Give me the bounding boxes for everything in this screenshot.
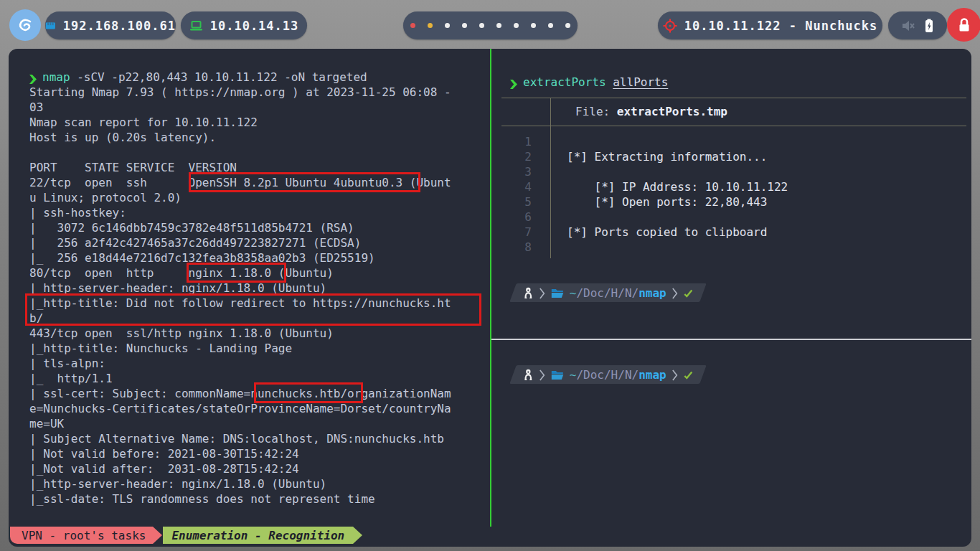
pane-divider-vertical[interactable] <box>490 49 491 527</box>
line-number: 3 <box>501 164 542 179</box>
success-check-icon <box>684 370 693 379</box>
padlock-icon <box>956 17 972 33</box>
status-widget[interactable] <box>888 11 947 39</box>
bat-row-text <box>542 164 567 179</box>
bat-row-text: [*] Extracting information... <box>542 149 767 164</box>
terminal-text: |_ http/1.1 <box>29 372 113 385</box>
terminal-text: 80/tcp open http nginx 1.18.0 (Ubuntu) <box>29 266 334 280</box>
terminal-line: me=UK <box>29 416 489 431</box>
tmux-window-segment[interactable]: Enumeration - Recognition <box>163 527 353 544</box>
bat-row: 3 <box>501 164 788 179</box>
folder-icon <box>551 369 564 380</box>
powerline-arrow <box>353 527 362 544</box>
powerline-arrow <box>153 527 162 544</box>
workspace-dot[interactable] <box>548 23 553 28</box>
terminal-text <box>606 75 613 89</box>
launcher-button[interactable] <box>9 9 41 41</box>
terminal-left-pane[interactable]: ❯nmap -sCV -p22,80,443 10.10.11.122 -oN … <box>29 70 489 507</box>
terminal-text: |_http-server-header: nginx/1.18.0 (Ubun… <box>29 477 326 491</box>
bat-output: 12[*] Extracting information...34 [*] IP… <box>501 134 788 255</box>
annotation-box <box>25 293 481 326</box>
lock-screen-button[interactable] <box>947 8 980 42</box>
prompt-path: ~/Doc/H/N/nmap <box>570 368 666 382</box>
terminal-line <box>29 145 489 160</box>
bat-row-text: [*] Ports copied to clipboard <box>542 225 767 240</box>
bat-row: 5 [*] Open ports: 22,80,443 <box>501 194 788 209</box>
bat-file-label: File: <box>575 105 617 118</box>
bat-row-text <box>542 240 567 255</box>
terminal-line: | Not valid before: 2021-08-30T15:42:24 <box>29 446 489 461</box>
tux-penguin-icon <box>523 286 534 299</box>
target-label: 10.10.11.122 - Nunchucks <box>684 19 878 33</box>
bat-row: 4 [*] IP Address: 10.10.11.122 <box>501 179 788 194</box>
bat-file-header: File: extractPorts.tmp <box>575 105 727 118</box>
workspace-dot[interactable] <box>462 23 467 28</box>
terminal-text: extractPorts <box>523 75 606 89</box>
target-crosshair-icon <box>663 19 677 33</box>
line-number: 2 <box>501 149 542 164</box>
tmux-session-label: VPN - root's tasks <box>22 529 146 542</box>
success-check-icon <box>684 288 693 297</box>
line-number: 4 <box>501 179 542 194</box>
terminal-text: allPorts <box>613 75 668 89</box>
workspace-dot[interactable] <box>531 23 536 28</box>
bat-row-text <box>542 134 567 149</box>
terminal-text: | tls-alpn: <box>29 357 105 370</box>
shell-prompt: ~/Doc/H/N/nmap <box>513 365 703 384</box>
tmux-session-segment[interactable]: VPN - root's tasks <box>10 527 153 544</box>
desktop: { "topbar": { "host_ip": "192.168.100.61… <box>0 0 980 551</box>
chevron-separator-icon <box>672 368 678 381</box>
chevron-separator-icon <box>672 286 678 299</box>
workspace-dot[interactable] <box>445 23 450 28</box>
workspace-switcher <box>403 11 578 39</box>
line-number: 1 <box>501 134 542 149</box>
terminal-window: ❯nmap -sCV -p22,80,443 10.10.11.122 -oN … <box>9 49 971 547</box>
top-bar: 192.168.100.61 10.10.14.13 10.10.11.122 … <box>0 0 980 49</box>
workspace-dots <box>410 23 570 28</box>
workspace-dot[interactable] <box>514 23 519 28</box>
terminal-text: e=Nunchucks-Certificates/stateOrProvince… <box>29 402 451 415</box>
terminal-text: -sCV -p22,80,443 10.10.11.122 -oN target… <box>70 70 367 84</box>
right-pane-command-line[interactable]: ❯extractPorts allPorts <box>510 75 668 90</box>
workspace-dot[interactable] <box>496 23 501 28</box>
shell-prompt: ~/Doc/H/N/nmap <box>513 283 703 302</box>
line-number: 5 <box>501 194 542 209</box>
bat-border-mid <box>501 126 966 126</box>
debian-logo-icon <box>14 14 36 36</box>
workspace-dot[interactable] <box>565 23 570 28</box>
prompt-arrow-icon: ❯ <box>510 80 517 89</box>
terminal-text: | ssh-hostkey: <box>29 206 126 220</box>
terminal-line: Host is up (0.20s latency). <box>29 130 489 145</box>
terminal-text: 443/tcp open ssl/http nginx 1.18.0 (Ubun… <box>29 326 334 340</box>
terminal-text: nmap <box>42 70 70 84</box>
bat-row: 2[*] Extracting information... <box>501 149 788 164</box>
vpn-ip-widget[interactable]: 10.10.14.13 <box>181 11 307 39</box>
terminal-text: | Subject Alternative Name: DNS:localhos… <box>29 432 444 446</box>
terminal-text: Starting Nmap 7.93 ( https://nmap.org ) … <box>29 85 451 99</box>
terminal-line: Nmap scan report for 10.10.11.122 <box>29 115 489 130</box>
tux-penguin-icon <box>523 368 534 381</box>
terminal-text: me=UK <box>29 417 64 430</box>
annotation-box <box>254 382 363 403</box>
terminal-line: |_ssl-date: TLS randomness does not repr… <box>29 491 489 507</box>
bat-row-text: [*] IP Address: 10.10.11.122 <box>542 179 788 194</box>
target-widget[interactable]: 10.10.11.122 - Nunchucks <box>658 11 882 39</box>
workspace-dot[interactable] <box>410 23 415 28</box>
line-number: 6 <box>501 209 542 225</box>
line-number: 8 <box>501 240 542 255</box>
terminal-text: Nmap scan report for 10.10.11.122 <box>29 116 258 129</box>
annotation-box <box>187 263 286 283</box>
terminal-line: e=Nunchucks-Certificates/stateOrProvince… <box>29 401 489 416</box>
host-ip-widget[interactable]: 192.168.100.61 <box>45 11 176 39</box>
bat-row-text <box>542 209 567 225</box>
terminal-line: | 256 a2f42c427465a37c26dd497223827271 (… <box>29 235 489 250</box>
bat-row: 1 <box>501 134 788 149</box>
workspace-dot[interactable] <box>479 23 484 28</box>
terminal-text: | 256 a2f42c427465a37c26dd497223827271 (… <box>29 236 361 250</box>
tmux-window-label: Enumeration - Recognition <box>171 529 344 542</box>
pane-divider-horizontal[interactable] <box>491 339 971 340</box>
terminal-text: | ssl-cert: Subject: commonName=nunchuck… <box>29 387 451 400</box>
prompt-arrow-icon: ❯ <box>29 75 37 84</box>
muted-speaker-icon <box>901 19 915 32</box>
workspace-dot[interactable] <box>428 23 433 28</box>
